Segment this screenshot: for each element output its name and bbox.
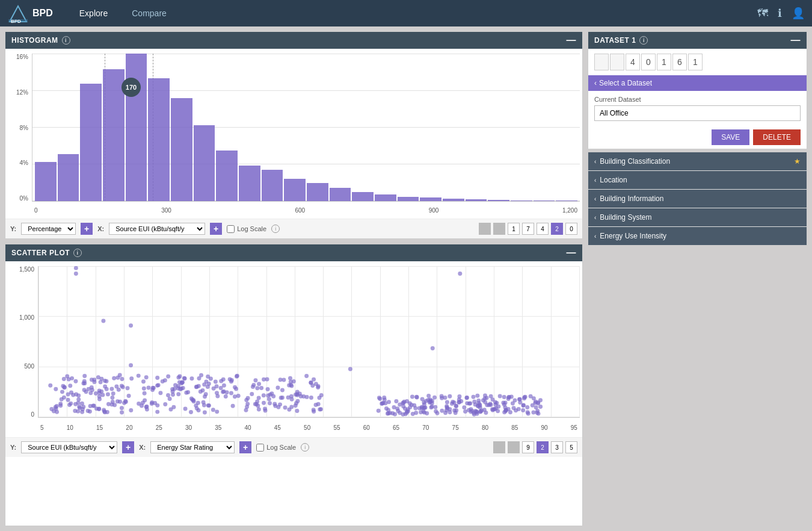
nav-explore[interactable]: Explore xyxy=(67,0,120,26)
scatter-dot-57 xyxy=(215,409,219,414)
h-y-plus-button[interactable]: + xyxy=(81,223,93,235)
scatter-minimize[interactable]: — xyxy=(567,248,577,258)
scatter-info-icon[interactable]: i xyxy=(73,249,82,257)
s-log-scale-checkbox[interactable] xyxy=(256,444,264,452)
scatter-dot-238 xyxy=(129,376,134,380)
scatter-dots xyxy=(38,266,580,417)
h-log-scale-checkbox[interactable] xyxy=(227,225,235,233)
h-controls-info-icon[interactable]: i xyxy=(271,225,280,233)
h-y-select[interactable]: Percentage xyxy=(21,223,76,235)
scatter-dot-474 xyxy=(482,408,487,412)
scatter-dot-201 xyxy=(166,393,170,397)
filter-building-information[interactable]: ‹ Building Information xyxy=(588,190,807,208)
delete-button[interactable]: DELETE xyxy=(753,129,801,145)
scatter-dot-117 xyxy=(233,394,237,399)
select-dataset-row[interactable]: ‹ Select a Dataset xyxy=(588,75,807,91)
chevron-building-information-icon: ‹ xyxy=(594,196,596,202)
current-dataset-input[interactable] xyxy=(594,105,801,121)
histogram-bar-7 xyxy=(194,125,215,201)
nav-compare[interactable]: Compare xyxy=(120,0,179,26)
s-page-btn-9[interactable]: 9 xyxy=(522,441,534,453)
scatter-dot-44 xyxy=(312,377,316,382)
s-controls-info-icon[interactable]: i xyxy=(301,443,309,452)
scatter-dot-455 xyxy=(464,396,469,400)
user-icon[interactable]: 👤 xyxy=(792,7,805,20)
scatter-dot-234 xyxy=(251,385,255,389)
h-x-plus-button[interactable]: + xyxy=(210,223,222,235)
scatter-dot-288 xyxy=(257,396,261,400)
histogram-info-icon[interactable]: i xyxy=(62,36,70,45)
scatter-dot-170 xyxy=(155,410,159,414)
filter-energy-use-intensity-label: Energy Use Intensity xyxy=(600,232,666,240)
scatter-dot-97 xyxy=(129,408,133,412)
s-page-btn-2[interactable]: 2 xyxy=(537,441,549,453)
histogram-bar-12 xyxy=(307,183,328,201)
filter-location[interactable]: ‹ Location xyxy=(588,171,807,190)
scatter-dot-109 xyxy=(317,396,321,400)
scatter-dot-11 xyxy=(106,392,110,396)
scatter-dot-87 xyxy=(189,376,194,380)
scatter-dot-159 xyxy=(169,407,173,411)
s-x-plus-button[interactable]: + xyxy=(239,441,251,453)
s-page-btn-gray1[interactable] xyxy=(493,441,505,453)
scatter-dot-184 xyxy=(143,398,147,402)
h-page-btn-0[interactable]: 0 xyxy=(565,223,577,235)
s-y-select[interactable]: Source EUI (kBtu/sqft/y xyxy=(21,441,117,453)
scatter-dot-40 xyxy=(126,386,130,390)
scatter-dot-461 xyxy=(467,402,472,406)
s-xlabel-6: 35 xyxy=(215,424,221,431)
scatter-dot-279 xyxy=(97,397,102,402)
navbar-right: 🗺 ℹ 👤 xyxy=(757,7,805,20)
h-page-btn-2[interactable]: 2 xyxy=(551,223,563,235)
histogram-bar-4 xyxy=(126,54,147,201)
scatter-dot-192 xyxy=(74,392,78,396)
scatter-chart-area xyxy=(38,266,580,418)
filter-building-classification[interactable]: ‹ Building Classification ★ xyxy=(588,152,807,171)
scatter-dot-276 xyxy=(82,379,87,384)
scatter-dot-161 xyxy=(142,387,146,391)
filter-building-system[interactable]: ‹ Building System xyxy=(588,208,807,227)
scatter-dot-260 xyxy=(257,382,261,386)
scatter-dot-480 xyxy=(473,409,478,413)
scatter-dot-206 xyxy=(280,396,285,400)
s-xlabel-11: 60 xyxy=(363,424,370,431)
h-page-btn-7[interactable]: 7 xyxy=(522,223,534,235)
scatter-dot-23 xyxy=(171,393,175,397)
histogram-bar-22 xyxy=(534,200,555,201)
scatter-dot-479 xyxy=(518,400,522,405)
h-page-btn-4[interactable]: 4 xyxy=(537,223,549,235)
scatter-dot-31 xyxy=(118,400,122,404)
scatter-dot-240 xyxy=(219,379,223,383)
scatter-dot-280 xyxy=(257,408,261,412)
h-page-btn-gray2[interactable] xyxy=(493,223,505,235)
h-page-btn-gray1[interactable] xyxy=(479,223,491,235)
digit-box-5: 6 xyxy=(672,54,687,70)
info-icon[interactable]: ℹ xyxy=(778,7,782,20)
h-page-btn-1[interactable]: 1 xyxy=(508,223,520,235)
histogram-ylabels: 16% 12% 8% 4% 0% xyxy=(8,54,31,202)
histogram-controls: Y: Percentage + X: Source EUI (kBtu/sqft… xyxy=(5,219,582,238)
s-x-select[interactable]: Energy Star Rating xyxy=(150,441,235,453)
filter-building-classification-label: Building Classification xyxy=(600,157,670,166)
s-xlabel-10: 55 xyxy=(333,424,340,431)
save-button[interactable]: SAVE xyxy=(712,129,749,145)
s-page-btn-gray2[interactable] xyxy=(508,441,520,453)
s-xlabel-8: 45 xyxy=(274,424,281,431)
histogram-bar-2 xyxy=(80,84,102,201)
scatter-dot-297 xyxy=(203,394,207,399)
s-y-plus-button[interactable]: + xyxy=(122,441,134,453)
filter-location-label: Location xyxy=(600,176,627,184)
s-page-btn-5[interactable]: 5 xyxy=(565,441,577,453)
map-icon[interactable]: 🗺 xyxy=(757,7,768,20)
dataset-minimize[interactable]: — xyxy=(791,36,801,45)
star-icon: ★ xyxy=(794,157,801,166)
scatter-dot-325 xyxy=(432,396,437,400)
scatter-dot-153 xyxy=(55,410,59,414)
dataset-info-icon[interactable]: i xyxy=(639,36,648,45)
filter-energy-use-intensity[interactable]: ‹ Energy Use Intensity xyxy=(588,227,807,245)
scatter-dot-255 xyxy=(97,388,102,393)
h-x-select[interactable]: Source EUI (kBtu/sqft/y xyxy=(109,223,205,235)
scatter-dot-122 xyxy=(211,408,215,412)
s-page-btn-3[interactable]: 3 xyxy=(551,441,563,453)
histogram-minimize[interactable]: — xyxy=(567,36,577,45)
